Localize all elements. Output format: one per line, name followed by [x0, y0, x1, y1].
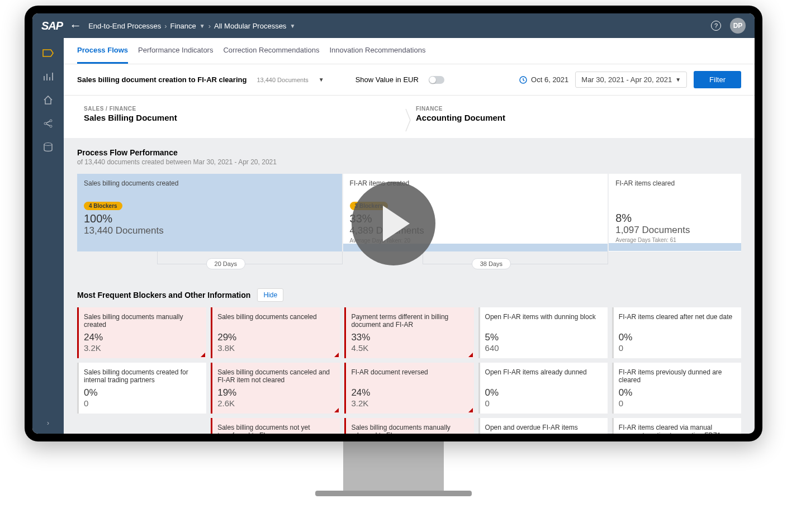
blocker-cell[interactable]: FI-AR items cleared via manual payment p…: [612, 418, 741, 434]
chevron-down-icon[interactable]: ▼: [200, 23, 205, 29]
blocker-value: 3.2K: [351, 398, 467, 408]
expand-nav-icon[interactable]: ›: [47, 419, 49, 427]
stage-title: Sales Billing Document: [84, 113, 402, 122]
blocker-title: Sales billing documents manually release…: [351, 424, 467, 434]
blockers-grid: Sales billing documents manually created…: [77, 307, 741, 434]
blocker-cell[interactable]: Payment terms different in billing docum…: [344, 307, 473, 358]
blocker-title: FI-AR items cleared after net due date: [619, 313, 734, 331]
blocker-value: 0: [84, 398, 200, 408]
database-icon[interactable]: [42, 141, 54, 153]
blocker-cell[interactable]: FI-AR document reversed24%3.2K: [344, 363, 473, 414]
blocker-cell[interactable]: Open FI-AR items already dunned0%0: [478, 363, 608, 414]
perf-subheading: of 13,440 documents created between Mar …: [77, 158, 741, 166]
blocker-title: Sales billing documents not yet transfer…: [217, 424, 333, 434]
corner-indicator-icon: [201, 353, 205, 357]
perf-documents: 1,097 Documents: [615, 225, 734, 236]
hide-button[interactable]: Hide: [257, 288, 283, 302]
perf-percent: 100%: [84, 212, 335, 225]
blocker-cell[interactable]: Sales billing documents manually created…: [77, 307, 206, 358]
blocker-title: FI-AR items cleared via manual payment p…: [619, 424, 734, 434]
blocker-title: Open FI-AR items with dunning block: [485, 313, 601, 331]
blocker-pill[interactable]: 4 Blockers: [84, 202, 122, 210]
blocker-percent: 24%: [84, 332, 200, 343]
blocker-title: Sales billing documents canceled and FI-…: [217, 368, 333, 386]
blocker-cell[interactable]: Open and overdue FI-AR items0%0: [478, 418, 608, 434]
blocker-percent: 0%: [619, 387, 734, 398]
filter-button[interactable]: Filter: [694, 71, 741, 88]
blocker-cell[interactable]: Open FI-AR items with dunning block5%640: [478, 307, 608, 358]
perf-cell-created[interactable]: Sales billing documents created 4 Blocke…: [77, 174, 342, 251]
blocker-percent: 0%: [84, 387, 200, 398]
blocker-title: FI-AR document reversed: [351, 368, 467, 386]
snapshot-date[interactable]: Oct 6, 2021: [519, 75, 568, 84]
svg-point-2: [50, 125, 52, 127]
date-range-picker[interactable]: Mar 30, 2021 - Apr 20, 2021 ▼: [575, 72, 687, 88]
stage-card-accounting[interactable]: FINANCE Accounting Document: [409, 106, 741, 122]
tab-innovation-recommendations[interactable]: Innovation Recommendations: [329, 38, 425, 64]
crumb-root[interactable]: End-to-End Processes: [88, 22, 161, 30]
topbar: SAP ← End-to-End Processes › Finance ▼ ›…: [32, 13, 755, 38]
svg-point-0: [50, 120, 52, 122]
chevron-down-icon[interactable]: ▼: [290, 23, 295, 29]
breadcrumb: End-to-End Processes › Finance ▼ › All M…: [88, 22, 295, 30]
currency-toggle[interactable]: [429, 76, 444, 84]
stage-category: SALES / FINANCE: [84, 106, 402, 112]
flow-name[interactable]: Sales billing document creation to FI-AR…: [77, 75, 246, 84]
blocker-value: 3.2K: [84, 343, 200, 353]
blocker-title: Sales billing documents manually created: [84, 313, 200, 331]
blocker-title: Open and overdue FI-AR items: [485, 424, 601, 434]
corner-indicator-icon: [334, 408, 339, 412]
blocker-cell[interactable]: Sales billing documents canceled29%3.8K: [211, 307, 340, 358]
perf-average: Average Days Taken: 61: [615, 237, 734, 243]
perf-percent: 8%: [615, 212, 734, 225]
show-value-label: Show Value in EUR: [355, 75, 419, 84]
blocker-percent: 29%: [217, 332, 333, 343]
blocker-cell[interactable]: FI-AR items cleared after net due date0%…: [612, 307, 741, 358]
tab-correction-recommendations[interactable]: Correction Recommendations: [223, 38, 319, 64]
blocker-cell[interactable]: FI-AR items previously dunned are cleare…: [612, 363, 741, 414]
perf-label: Sales billing documents created: [84, 179, 335, 187]
blocker-title: Sales billing documents canceled: [217, 313, 333, 331]
blocker-cell[interactable]: Sales billing documents canceled and FI-…: [211, 363, 340, 414]
blocker-value: 0: [485, 398, 601, 408]
blocker-cell[interactable]: Sales billing documents created for inte…: [77, 363, 206, 414]
blocker-value: 3.8K: [217, 343, 333, 353]
blockers-header: Most Frequent Blockers and Other Informa…: [77, 288, 741, 302]
chevron-down-icon[interactable]: ▼: [319, 77, 324, 83]
blocker-cell[interactable]: Sales billing documents not yet transfer…: [211, 418, 340, 434]
blocker-percent: 24%: [351, 387, 467, 398]
home-icon[interactable]: [42, 94, 54, 106]
blocker-value: 0: [619, 343, 734, 353]
back-arrow[interactable]: ←: [69, 18, 82, 33]
crumb-finance[interactable]: Finance: [170, 22, 196, 30]
blocker-cell[interactable]: Sales billing documents manually release…: [344, 418, 473, 434]
nav-tabs: Process Flows Performance Indicators Cor…: [64, 38, 755, 64]
svg-point-1: [44, 122, 46, 125]
stage-card-sales-billing[interactable]: SALES / FINANCE Sales Billing Document: [77, 106, 409, 122]
blocker-percent: 0%: [485, 387, 601, 398]
days-pill: 38 Days: [472, 258, 511, 269]
stage-cards: SALES / FINANCE Sales Billing Document F…: [64, 96, 755, 138]
play-button[interactable]: [352, 182, 435, 265]
blocker-percent: 33%: [351, 332, 467, 343]
blocker-value: 0: [619, 398, 734, 408]
tab-performance-indicators[interactable]: Performance Indicators: [138, 38, 213, 64]
perf-heading: Process Flow Performance: [77, 148, 741, 157]
help-icon[interactable]: ?: [711, 21, 721, 31]
corner-indicator-icon: [468, 408, 473, 412]
stage-category: FINANCE: [416, 106, 734, 112]
perf-cell-fiar-cleared[interactable]: FI-AR items cleared 8% 1,097 Documents A…: [609, 174, 741, 251]
process-icon[interactable]: [42, 47, 54, 59]
crumb-modular[interactable]: All Modular Processes: [214, 22, 286, 30]
corner-indicator-icon: [468, 353, 473, 357]
svg-point-3: [44, 143, 52, 146]
blocker-title: Payment terms different in billing docum…: [351, 313, 467, 331]
share-icon[interactable]: [42, 117, 54, 130]
chart-icon[interactable]: [42, 70, 54, 83]
avatar[interactable]: DP: [730, 18, 746, 34]
stage-title: Accounting Document: [416, 113, 734, 122]
tab-process-flows[interactable]: Process Flows: [77, 38, 128, 64]
blocker-value: 2.6K: [217, 398, 333, 408]
left-navigation: ›: [32, 38, 64, 434]
corner-indicator-icon: [334, 353, 339, 357]
